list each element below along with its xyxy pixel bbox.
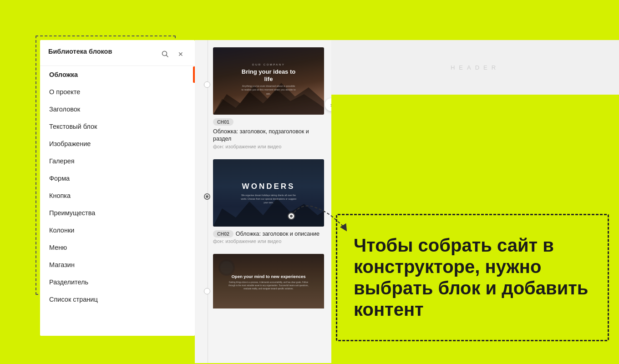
info-box-text: Чтобы собрать сайт в конструкторе, нужно… xyxy=(354,235,591,321)
sidebar-item-columns[interactable]: Колонки xyxy=(40,222,195,239)
block-item-3[interactable]: Open your mind to new experiences Gettin… xyxy=(213,254,324,308)
close-icon[interactable]: ✕ xyxy=(175,48,187,60)
active-indicator xyxy=(193,66,195,83)
thumb1-company: OUR COMPANY xyxy=(241,63,296,66)
nav-item-label: Преимущества xyxy=(49,209,95,217)
sidebar-item-heading[interactable]: Заголовок xyxy=(40,101,195,118)
nav-item-label: Текстовый блок xyxy=(49,123,97,130)
sidebar-item-about[interactable]: О проекте xyxy=(40,83,195,101)
nav-item-label: Галерея xyxy=(49,157,75,165)
block-sublabel-2: фон: изображение или видео xyxy=(213,238,324,244)
sidebar-item-text[interactable]: Текстовый блок xyxy=(40,118,195,135)
header-text: HEADER xyxy=(451,64,500,71)
sidebar-item-divider[interactable]: Разделитель xyxy=(40,273,195,291)
nav-item-label: Магазин xyxy=(49,261,75,268)
nav-item-label: Разделитель xyxy=(49,278,88,286)
right-area: HEADER xyxy=(331,40,619,95)
search-icon[interactable] xyxy=(159,48,171,60)
block-tag-2: СН02 xyxy=(213,230,233,238)
sidebar-title: Библиотека блоков xyxy=(48,47,112,56)
nav-item-label: О проекте xyxy=(49,88,80,96)
nav-item-label: Изображение xyxy=(49,140,91,147)
sidebar-item-button[interactable]: Кнопка xyxy=(40,187,195,204)
thumb3-title: Open your mind to new experiences xyxy=(228,273,310,279)
nav-item-label: Заголовок xyxy=(49,106,80,113)
block-label-1: Обложка: заголовок, подзаголовок и разде… xyxy=(213,128,324,143)
sidebar-item-form[interactable]: Форма xyxy=(40,170,195,187)
sidebar-item-page-list[interactable]: Список страниц xyxy=(40,291,195,308)
block-thumbnail-1: OUR COMPANY Bring your ideas to life Any… xyxy=(213,47,324,115)
info-box: Чтобы собрать сайт в конструкторе, нужно… xyxy=(336,214,609,341)
sidebar-header: Библиотека блоков ✕ xyxy=(40,40,195,66)
sidebar-header-icons: ✕ xyxy=(159,48,187,60)
thumb1-subtitle: Anything you've ever dreamed about is po… xyxy=(241,84,296,96)
nav-item-label: Список страниц xyxy=(49,296,98,303)
nav-item-label: Обложка xyxy=(49,71,78,78)
thumb2-title: WONDERS xyxy=(241,182,296,191)
sidebar-item-advantages[interactable]: Преимущества xyxy=(40,204,195,222)
block-thumbnail-3: Open your mind to new experiences Gettin… xyxy=(213,254,324,308)
block-item-1[interactable]: OUR COMPANY Bring your ideas to life Any… xyxy=(213,47,324,149)
thumb1-title: Bring your ideas to life xyxy=(241,68,296,82)
sidebar-item-image[interactable]: Изображение xyxy=(40,135,195,152)
sidebar-panel: Библиотека блоков ✕ ОбложкаО проектеЗаго… xyxy=(40,40,195,336)
nav-item-label: Меню xyxy=(49,244,67,251)
block-tag-1: СН01 xyxy=(213,118,233,126)
sidebar-item-shop[interactable]: Магазин xyxy=(40,256,195,273)
svg-point-6 xyxy=(220,261,233,274)
sidebar-item-menu[interactable]: Меню xyxy=(40,239,195,256)
sidebar-item-gallery[interactable]: Галерея xyxy=(40,152,195,170)
svg-point-8 xyxy=(290,215,293,217)
svg-line-1 xyxy=(167,56,168,57)
drag-connector-arrow xyxy=(287,193,350,239)
nav-item-label: Форма xyxy=(49,175,70,182)
nav-item-label: Кнопка xyxy=(49,192,71,199)
nav-item-label: Колонки xyxy=(49,227,74,234)
thumb3-subtitle: Getting things done is a process, it dem… xyxy=(228,281,310,290)
block-sublabel-1: фон: изображение или видео xyxy=(213,144,324,149)
sidebar-item-cover[interactable]: Обложка xyxy=(40,66,195,83)
